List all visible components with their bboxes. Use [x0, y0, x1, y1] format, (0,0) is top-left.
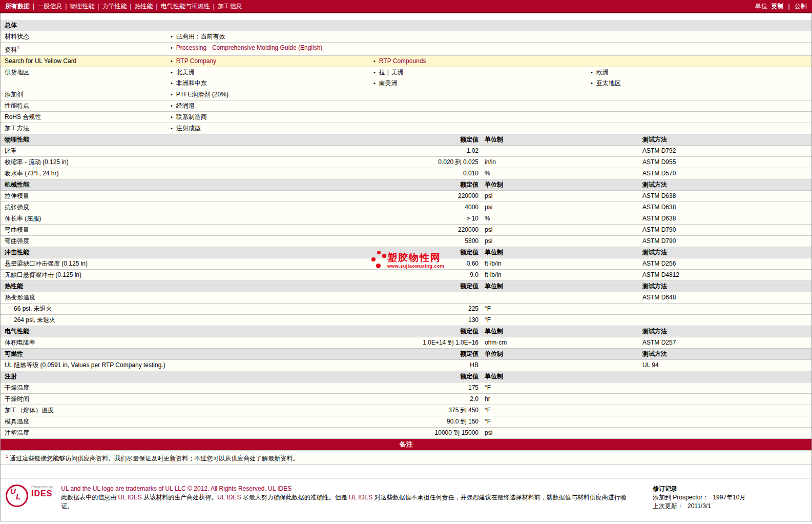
test-method	[642, 382, 811, 393]
bullet-icon: •	[171, 78, 173, 89]
unit-column-header: 单位制	[484, 371, 642, 382]
nav-separator: |	[130, 3, 131, 10]
property-row: 66 psi, 未退火225°F	[1, 304, 811, 315]
property-unit: psi	[484, 191, 642, 201]
powered-by-label: Powered by	[31, 485, 53, 489]
property-value: 5800	[340, 236, 484, 247]
bullet-icon: •	[171, 43, 173, 53]
section-title: 总体	[1, 20, 165, 31]
test-method: ASTM D790	[642, 236, 811, 247]
nav-item[interactable]: 物理性能	[70, 3, 94, 10]
ul-ides-link-text: UL IDES	[349, 494, 372, 501]
property-label: UL 阻燃等级 (0.0591 in, Values per RTP Compa…	[1, 360, 340, 371]
bullet-icon: •	[171, 123, 173, 134]
bullet-icon: •	[591, 67, 593, 78]
property-unit: psi	[484, 225, 642, 235]
datasheet-body: 总体材料状态•已商用：当前有效资料1•Processing - Comprehe…	[0, 13, 812, 521]
unit-metric-link[interactable]: 公制	[795, 3, 807, 10]
property-row: 比重1.02ASTM D792	[1, 146, 811, 157]
method-column-header: 测试方法	[642, 134, 811, 145]
spec-link[interactable]: RTP Compounds	[379, 57, 426, 65]
bullet-item: •联系制造商	[165, 112, 368, 123]
section-title: 机械性能	[1, 179, 340, 190]
method-column-header	[642, 371, 811, 382]
method-column-header: 测试方法	[642, 281, 811, 292]
property-row: 干燥时间2.0hr	[1, 394, 811, 405]
section-title: 注射	[1, 371, 340, 382]
nav-item[interactable]: 力学性能	[102, 3, 127, 10]
test-method	[642, 315, 811, 326]
value-column-header: 额定值	[340, 134, 484, 145]
info-row: 性能特点•经润滑	[1, 100, 811, 112]
nav-item[interactable]: 热性能	[135, 3, 153, 10]
ul-ides-link-text: UL IDES	[118, 494, 142, 501]
info-cell	[368, 100, 586, 111]
property-label: 收缩率 - 流动 (0.125 in)	[1, 157, 340, 168]
info-label: 材料状态	[1, 31, 165, 42]
bullet-icon: •	[373, 78, 376, 89]
property-label: 热变形温度	[1, 292, 340, 303]
property-row: UL 阻燃等级 (0.0591 in, Values per RTP Compa…	[1, 360, 811, 371]
property-row: 收缩率 - 流动 (0.125 in)0.020 到 0.025in/inAST…	[1, 157, 811, 168]
property-label: 吸水率 (73°F, 24 hr)	[1, 168, 340, 179]
nav-item[interactable]: 一般信息	[37, 3, 62, 10]
spec-link[interactable]: RTP Company	[176, 57, 216, 65]
property-row: 加工（熔体）温度375 到 450°F	[1, 405, 811, 416]
info-cell: •拉丁美洲•南美洲	[368, 67, 586, 89]
powered-by-block: Powered by IDES	[31, 485, 53, 498]
bullet-item: •亚太地区	[586, 78, 811, 89]
bullet-icon: •	[373, 67, 376, 78]
property-unit: psi	[484, 236, 642, 247]
property-label: 模具温度	[1, 416, 340, 427]
nav-item[interactable]: 电气性能与可燃性	[161, 3, 210, 10]
info-cell: •经润滑	[165, 100, 368, 111]
value-column-header: 额定值	[340, 326, 484, 337]
info-value: PTFE润滑剂 (20%)	[176, 91, 228, 98]
disclaimer-segment: 此数据表中的信息由	[61, 494, 118, 501]
bullet-item: •拉丁美洲	[368, 67, 586, 78]
bullet-item: •北美洲	[165, 67, 368, 78]
property-label: 弯曲模量	[1, 225, 340, 235]
bullet-item: •已商用：当前有效	[165, 31, 368, 42]
nav-item[interactable]: 所有数据	[5, 3, 30, 10]
info-value: 联系制造商	[176, 113, 207, 120]
section-title: 物理性能	[1, 134, 340, 145]
section-header: 物理性能额定值单位制测试方法	[1, 134, 811, 146]
property-row: 拉伸模量220000psiASTM D638	[1, 191, 811, 202]
test-method: UL 94	[642, 360, 811, 371]
test-method	[642, 428, 811, 438]
property-value: > 10	[340, 213, 484, 224]
bullet-item: •欧洲	[586, 67, 811, 78]
property-row: 伸长率 (屈服)> 10%ASTM D638	[1, 213, 811, 225]
method-column-header: 测试方法	[642, 247, 811, 258]
unit-switcher: 单位 英制 | 公制	[755, 2, 807, 11]
property-value: 2.0	[340, 394, 484, 405]
spec-link[interactable]: Processing - Comprehensive Molding Guide…	[176, 44, 322, 51]
footnote-text: 通过这些链接您能够访问供应商资料。我们尽量保证及时更新资料；不过您可以从供应商处…	[10, 455, 299, 462]
disclaimer-segment: 尽最大努力确保此数据的准确性。但是	[241, 494, 349, 501]
section-header: 热性能额定值单位制测试方法	[1, 281, 811, 292]
unit-column-header: 单位制	[484, 247, 642, 258]
property-value: 220000	[340, 225, 484, 235]
test-method: ASTM D256	[642, 258, 811, 269]
test-method	[642, 304, 811, 314]
footnote-marker: 1	[6, 454, 8, 459]
info-label: 供货地区	[1, 67, 165, 89]
property-unit: %	[484, 168, 642, 179]
info-cell	[368, 123, 586, 134]
nav-item[interactable]: 加工信息	[218, 3, 242, 10]
property-label: 264 psi, 未退火	[1, 315, 340, 326]
bullet-icon: •	[373, 56, 376, 67]
property-value: 10000 到 15000	[340, 428, 484, 438]
info-row: RoHS 合规性•联系制造商	[1, 112, 811, 123]
property-unit	[484, 292, 642, 303]
test-method	[642, 416, 811, 427]
ides-brand: IDES	[31, 489, 53, 498]
bullet-item: •南美洲	[368, 78, 586, 89]
info-value: 注射成型	[176, 125, 201, 132]
info-cell	[586, 43, 811, 55]
property-value	[340, 292, 484, 303]
property-row: 弯曲模量220000psiASTM D790	[1, 225, 811, 236]
nav-separator: |	[213, 3, 215, 10]
unit-column-header: 单位制	[484, 179, 642, 190]
